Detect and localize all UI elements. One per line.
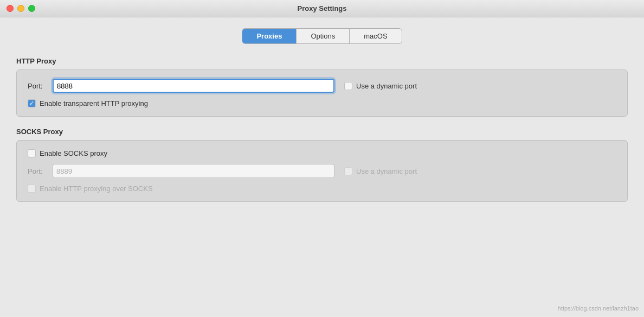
main-content: Proxies Options macOS HTTP Proxy Port: U… (0, 17, 644, 317)
socks-port-label: Port: (28, 167, 47, 175)
title-bar: Proxy Settings (0, 0, 644, 17)
window-title: Proxy Settings (297, 4, 346, 12)
socks-port-row: Port: Use a dynamic port (28, 164, 616, 178)
socks-proxy-box: Enable SOCKS proxy Port: Use a dynamic p… (16, 140, 628, 202)
socks-dynamic-port-label: Use a dynamic port (356, 167, 417, 175)
tab-container: Proxies Options macOS (242, 28, 402, 44)
socks-http-over-label: Enable HTTP proxying over SOCKS (40, 185, 153, 193)
socks-enable-checkbox[interactable] (28, 149, 36, 157)
http-port-label: Port: (28, 82, 47, 90)
socks-enable-row: Enable SOCKS proxy (28, 149, 616, 157)
tab-options[interactable]: Options (297, 29, 350, 43)
http-transparent-row: ✓ Enable transparent HTTP proxying (28, 99, 616, 107)
http-port-input[interactable] (53, 79, 334, 93)
http-proxy-box: Port: Use a dynamic port ✓ Enable transp… (16, 69, 628, 117)
socks-proxy-label: SOCKS Proxy (16, 128, 628, 136)
watermark: https://blog.csdn.net/lanzh1tao (558, 305, 639, 312)
http-proxy-label: HTTP Proxy (16, 57, 628, 65)
socks-enable-label: Enable SOCKS proxy (40, 149, 107, 157)
minimize-button[interactable] (17, 5, 24, 12)
http-port-row: Port: Use a dynamic port (28, 79, 616, 93)
tab-proxies[interactable]: Proxies (242, 29, 297, 43)
http-dynamic-port-label: Use a dynamic port (356, 82, 417, 90)
socks-http-over-row: Enable HTTP proxying over SOCKS (28, 185, 616, 193)
traffic-lights (7, 5, 35, 12)
maximize-button[interactable] (28, 5, 35, 12)
socks-http-over-checkbox[interactable] (28, 185, 36, 193)
socks-port-input[interactable] (53, 164, 334, 178)
http-dynamic-port-checkbox[interactable] (344, 82, 352, 90)
tab-bar: Proxies Options macOS (16, 28, 628, 44)
http-dynamic-port-group: Use a dynamic port (344, 82, 417, 90)
http-transparent-checkbox[interactable]: ✓ (28, 99, 36, 107)
http-transparent-label: Enable transparent HTTP proxying (40, 99, 148, 107)
close-button[interactable] (7, 5, 14, 12)
socks-dynamic-port-group: Use a dynamic port (344, 167, 417, 175)
tab-macos[interactable]: macOS (350, 29, 401, 43)
socks-dynamic-port-checkbox[interactable] (344, 167, 352, 175)
checkmark-icon: ✓ (29, 100, 34, 106)
